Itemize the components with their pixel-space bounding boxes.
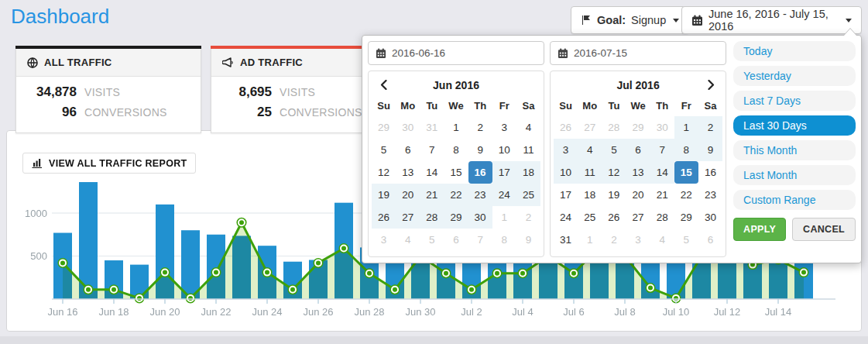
day-cell[interactable]: 14 [420,161,444,184]
day-cell[interactable]: 26 [602,206,626,229]
day-cell[interactable]: 31 [554,229,578,251]
date-range-button[interactable]: June 16, 2016 - July 15, 2016 [681,6,862,34]
day-cell[interactable]: 12 [372,161,396,184]
line-marker[interactable] [443,270,449,277]
day-cell[interactable]: 11 [516,139,540,161]
day-cell[interactable]: 23 [468,184,492,206]
preset-last-30-days[interactable]: Last 30 Days [733,115,856,136]
day-cell[interactable]: 20 [396,184,420,206]
day-cell[interactable]: 9 [516,229,540,251]
day-cell[interactable]: 7 [420,139,444,161]
day-cell[interactable]: 17 [492,161,516,184]
day-cell[interactable]: 16 [468,161,492,184]
line-marker[interactable] [136,295,142,301]
day-cell[interactable]: 29 [444,206,468,229]
day-cell[interactable]: 22 [444,184,468,206]
preset-yesterday[interactable]: Yesterday [733,66,856,86]
day-cell[interactable]: 1 [674,116,698,139]
day-cell[interactable]: 9 [698,139,722,161]
day-cell[interactable]: 11 [578,161,602,184]
day-cell[interactable]: 18 [516,161,540,184]
day-cell[interactable]: 8 [674,139,698,161]
day-cell[interactable]: 26 [372,206,396,229]
apply-button[interactable]: APPLY [733,218,786,241]
day-cell[interactable]: 29 [372,116,396,139]
day-cell[interactable]: 3 [492,116,516,139]
day-cell[interactable]: 4 [650,229,674,251]
day-cell[interactable]: 7 [650,139,674,161]
line-marker[interactable] [647,285,654,291]
day-cell[interactable]: 20 [626,184,650,206]
day-cell[interactable]: 1 [492,206,516,229]
line-marker[interactable] [392,287,398,293]
day-cell[interactable]: 5 [372,139,396,161]
day-cell[interactable]: 5 [602,139,626,161]
line-marker[interactable] [468,287,475,293]
day-cell[interactable]: 4 [578,139,602,161]
day-cell[interactable]: 5 [674,229,698,251]
line-marker[interactable] [290,287,296,293]
day-cell[interactable]: 3 [372,229,396,251]
day-cell[interactable]: 2 [468,116,492,139]
day-cell[interactable]: 10 [554,161,578,184]
line-marker[interactable] [213,270,219,276]
day-cell[interactable]: 1 [578,229,602,251]
day-cell[interactable]: 31 [420,116,444,139]
chevron-right-icon[interactable] [702,76,719,93]
day-cell[interactable]: 6 [626,139,650,161]
day-cell[interactable]: 17 [554,184,578,206]
preset-last-7-days[interactable]: Last 7 Days [733,91,856,111]
line-marker[interactable] [111,287,117,293]
day-cell[interactable]: 7 [468,229,492,251]
day-cell[interactable]: 13 [396,161,420,184]
line-marker[interactable] [801,270,807,276]
chevron-left-icon[interactable] [375,76,392,93]
day-cell[interactable]: 21 [650,184,674,206]
line-marker[interactable] [238,219,245,225]
day-cell[interactable]: 8 [444,139,468,161]
day-cell[interactable]: 27 [626,206,650,229]
preset-today[interactable]: Today [733,41,856,61]
day-cell[interactable]: 30 [698,206,722,229]
day-cell[interactable]: 27 [396,206,420,229]
line-marker[interactable] [162,270,168,276]
day-cell[interactable]: 2 [698,116,722,139]
day-cell[interactable]: 13 [626,161,650,184]
day-cell[interactable]: 15 [674,161,698,184]
start-date-input[interactable]: 2016-06-16 [368,41,544,65]
day-cell[interactable]: 28 [602,116,626,139]
day-cell[interactable]: 4 [516,116,540,139]
day-cell[interactable]: 6 [396,139,420,161]
day-cell[interactable]: 27 [578,116,602,139]
day-cell[interactable]: 29 [626,116,650,139]
line-marker[interactable] [315,260,321,266]
day-cell[interactable]: 28 [420,206,444,229]
line-marker[interactable] [264,270,270,276]
visits-bar[interactable] [181,230,200,299]
day-cell[interactable]: 8 [492,229,516,251]
goal-dropdown-button[interactable]: Goal: Signup [571,6,689,34]
cancel-button[interactable]: CANCEL [792,218,856,241]
line-marker[interactable] [341,246,347,252]
day-cell[interactable]: 21 [420,184,444,206]
day-cell[interactable]: 30 [650,116,674,139]
view-all-traffic-report-button[interactable]: VIEW ALL TRAFFIC REPORT [22,153,196,174]
day-cell[interactable]: 24 [492,184,516,206]
day-cell[interactable]: 25 [578,206,602,229]
day-cell[interactable]: 18 [578,184,602,206]
day-cell[interactable]: 3 [554,139,578,161]
line-marker[interactable] [366,270,372,277]
preset-custom-range[interactable]: Custom Range [733,190,856,210]
line-marker[interactable] [60,260,66,266]
day-cell[interactable]: 19 [372,184,396,206]
day-cell[interactable]: 23 [698,184,722,206]
day-cell[interactable]: 19 [602,184,626,206]
line-marker[interactable] [571,270,577,277]
day-cell[interactable]: 29 [674,206,698,229]
end-date-input[interactable]: 2016-07-15 [550,41,726,65]
day-cell[interactable]: 16 [698,161,722,184]
preset-last-month[interactable]: Last Month [733,165,856,185]
day-cell[interactable]: 24 [554,206,578,229]
day-cell[interactable]: 3 [626,229,650,251]
day-cell[interactable]: 2 [516,206,540,229]
